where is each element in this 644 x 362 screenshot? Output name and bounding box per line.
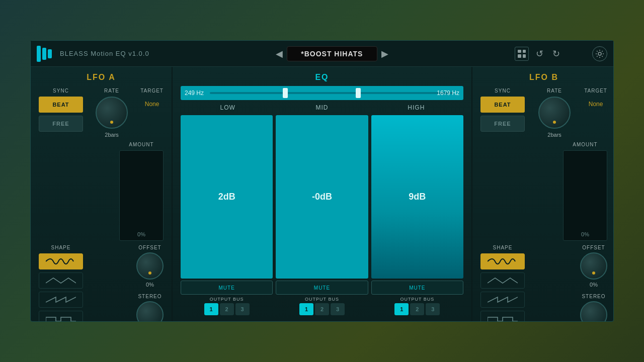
eq-low-bus-btns: 1 2 3 — [181, 303, 273, 315]
eq-mid-display[interactable]: -0dB — [276, 115, 368, 279]
eq-mid-mute[interactable]: MUTE — [276, 281, 368, 295]
eq-panel: EQ 249 Hz 1679 Hz LOW MID HIGH — [173, 67, 471, 321]
app-title: BLEASS Motion EQ v1.0.0 — [60, 50, 149, 57]
eq-high-bus-1[interactable]: 1 — [394, 303, 409, 315]
eq-low-bus-2[interactable]: 2 — [220, 303, 234, 315]
lfo-a-rate-knob[interactable] — [96, 97, 128, 129]
eq-high-display[interactable]: 9dB — [371, 115, 463, 279]
preset-name[interactable]: *BOOST HIHATS — [287, 46, 377, 61]
lfo-a-amount-row: AMOUNT 0% — [39, 142, 164, 241]
eq-mid-bus-1[interactable]: 1 — [299, 303, 313, 315]
lfo-b-shape-sine[interactable] — [480, 253, 525, 269]
lfo-a-shape-square[interactable] — [39, 311, 83, 321]
lfo-b-shape-triangle[interactable] — [480, 273, 525, 289]
lfo-b-target-value: None — [589, 101, 603, 108]
eq-mid-output-bus: OUTPUT BUS 1 2 3 — [276, 297, 368, 315]
eq-band-mid: -0dB MUTE OUTPUT BUS 1 2 3 — [276, 115, 368, 315]
eq-high-bus-btns: 1 2 3 — [371, 303, 463, 315]
logo-stripe-1 — [37, 46, 41, 62]
lfo-a-rate-knob-dot — [110, 121, 113, 124]
eq-high-bus-label: OUTPUT BUS — [371, 297, 463, 302]
eq-mid-bus-label: OUTPUT BUS — [276, 297, 368, 302]
grid-icon[interactable] — [515, 47, 529, 61]
lfo-a-sync-col: SYNC BEAT FREE — [39, 88, 83, 132]
undo-button[interactable]: ↺ — [534, 46, 545, 61]
lfo-b-amount-col: AMOUNT 0% — [563, 142, 607, 241]
lfo-b-shape-square[interactable] — [480, 311, 525, 321]
lfo-b-rate-value: 2bars — [547, 132, 561, 138]
lfo-b-amount-label: AMOUNT — [573, 142, 597, 147]
lfo-a-stereo-knob[interactable] — [136, 301, 164, 321]
eq-band-high: 9dB MUTE OUTPUT BUS 1 2 3 — [371, 115, 463, 315]
lfo-a-stereo-label: STEREO — [138, 294, 162, 299]
lfo-a-amount-value: 0% — [137, 231, 145, 237]
svg-point-0 — [598, 52, 601, 55]
eq-high-db: 9dB — [409, 192, 426, 202]
lfo-b-beat-button[interactable]: BEAT — [480, 97, 525, 113]
lfo-a-shape-sine[interactable] — [39, 253, 83, 269]
lfo-b-title: LFO B — [480, 73, 607, 82]
eq-mid-bus-2[interactable]: 2 — [315, 303, 329, 315]
eq-low-bus-3[interactable]: 3 — [235, 303, 250, 315]
lfo-a-shape-sawtooth[interactable] — [39, 292, 83, 308]
eq-freq-low: 249 Hz — [185, 89, 204, 97]
lfo-a-beat-button[interactable]: BEAT — [39, 97, 83, 113]
eq-low-bus-1[interactable]: 1 — [204, 303, 218, 315]
lfo-a-rate-value: 2bars — [105, 132, 119, 138]
lfo-a-offset-col: OFFSET 0% STEREO 0° — [136, 245, 164, 321]
redo-button[interactable]: ↻ — [550, 46, 562, 61]
eq-low-display[interactable]: 2dB — [181, 115, 273, 279]
lfo-a-shape-triangle[interactable] — [39, 273, 83, 289]
lfo-b-offset-label: OFFSET — [582, 245, 605, 250]
lfo-a-target-value: None — [145, 101, 159, 108]
eq-mid-bus-3[interactable]: 3 — [331, 303, 345, 315]
eq-high-bus-3[interactable]: 3 — [426, 303, 440, 315]
lfo-a-top-row: SYNC BEAT FREE RATE 2bars TARGET None — [39, 88, 164, 138]
eq-high-mute[interactable]: MUTE — [371, 281, 463, 295]
prev-preset-arrow[interactable]: ◀ — [276, 48, 283, 59]
eq-low-bus-label: OUTPUT BUS — [181, 297, 273, 302]
lfo-a-offset-label: OFFSET — [138, 245, 161, 250]
lfo-b-target-col: TARGET None — [584, 88, 607, 108]
lfo-b-offset-knob[interactable] — [580, 252, 607, 280]
eq-low-mute[interactable]: MUTE — [181, 281, 273, 295]
lfo-b-shape-sawtooth[interactable] — [480, 292, 525, 308]
eq-high-bus-2[interactable]: 2 — [410, 303, 424, 315]
lfo-b-offset-knob-dot — [592, 272, 595, 275]
lfo-a-offset-knob-dot — [148, 272, 151, 275]
lfo-a-shape-col: SHAPE — [39, 245, 83, 321]
eq-mid-bus-btns: 1 2 3 — [276, 303, 368, 315]
lfo-b-free-button[interactable]: FREE — [480, 116, 525, 132]
lfo-b-amount-box: 0% — [563, 150, 607, 241]
settings-icon[interactable] — [592, 46, 607, 61]
eq-mid-db: -0dB — [312, 192, 332, 202]
lfo-a-free-button[interactable]: FREE — [39, 116, 83, 132]
eq-mid-label: MID — [275, 104, 369, 111]
logo — [37, 46, 52, 62]
lfo-a-amount-label: AMOUNT — [129, 142, 153, 147]
eq-low-output-bus: OUTPUT BUS 1 2 3 — [181, 297, 273, 315]
lfo-b-stereo-knob[interactable] — [580, 301, 607, 321]
lfo-b-rate-col: RATE 2bars — [538, 88, 571, 138]
eq-slider-handle-2[interactable] — [356, 88, 361, 98]
lfo-b-shape-row: SHAPE — [480, 245, 607, 321]
eq-high-label: HIGH — [369, 104, 463, 111]
lfo-b-shape-col: SHAPE — [480, 245, 525, 321]
eq-freq-high: 1679 Hz — [437, 89, 459, 97]
lfo-b-rate-knob[interactable] — [538, 97, 571, 129]
main-container: BLEASS Motion EQ v1.0.0 ◀ *BOOST HIHATS … — [30, 40, 614, 322]
eq-low-db: 2dB — [218, 192, 235, 202]
header-controls: ↺ ↻ — [515, 46, 607, 61]
eq-slider-handle-1[interactable] — [283, 88, 288, 98]
eq-freq-slider[interactable]: 249 Hz 1679 Hz — [181, 86, 463, 100]
lfo-a-offset-knob[interactable] — [136, 252, 164, 280]
gear-svg — [595, 49, 604, 58]
lfo-a-target-col: TARGET None — [140, 88, 164, 108]
eq-bands-row: 2dB MUTE OUTPUT BUS 1 2 3 - — [181, 115, 463, 315]
lfo-b-offset-value: 0% — [590, 282, 598, 288]
lfo-b-rate-knob-dot — [553, 121, 556, 124]
next-preset-arrow[interactable]: ▶ — [381, 48, 388, 59]
eq-title: EQ — [181, 73, 463, 82]
eq-slider-track[interactable] — [210, 92, 453, 94]
lfo-b-shape-label: SHAPE — [493, 245, 513, 250]
